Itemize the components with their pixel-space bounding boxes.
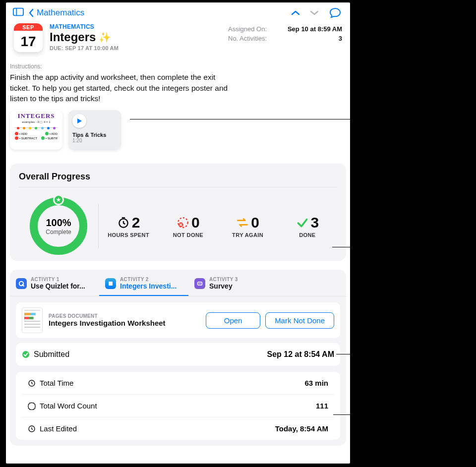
- stat-hours-spent: 2 HOURS SPENT: [99, 211, 158, 241]
- callout-line: [130, 119, 358, 119]
- stat-not-done: 0 NOT DONE: [158, 211, 218, 241]
- submitted-value: Sep 12 at 8:54 AM: [267, 350, 334, 359]
- activity-tabs: ACTIVITY 1 Use Quizlet for... ACTIVITY 2…: [10, 270, 346, 296]
- due-month: SEP: [14, 23, 43, 31]
- tab-activity-3[interactable]: ACTIVITY 3 Survey: [188, 270, 278, 296]
- submitted-row: Submitted Sep 12 at 8:54 AM: [16, 343, 340, 366]
- play-icon: [72, 114, 86, 128]
- progress-percent: 100%: [46, 217, 71, 229]
- due-day: 17: [14, 31, 43, 52]
- page-title: Integers: [50, 30, 96, 44]
- row-total-time: Total Time 63 min: [22, 372, 334, 394]
- checkmark-icon: [296, 216, 309, 229]
- progress-heading: Overall Progress: [19, 172, 337, 182]
- badge-icon: [28, 402, 36, 410]
- mark-not-done-button[interactable]: Mark Not Done: [265, 312, 334, 329]
- back-label: Mathematics: [37, 8, 84, 18]
- doc-title: Integers Investigation Worksheet: [49, 319, 200, 327]
- survey-icon: [194, 278, 205, 289]
- checkmark-circle-icon: [22, 350, 30, 358]
- subject-eyebrow: MATHEMATICS: [50, 23, 221, 30]
- tab-activity-2[interactable]: ACTIVITY 2 Integers Investi...: [99, 270, 188, 296]
- svg-rect-0: [13, 8, 23, 16]
- attachment-poster[interactable]: INTEGERS examples: -3 ▢ 4 = 1 • ADD • AD…: [10, 110, 62, 150]
- poster-subtitle: examples: -3 ▢ 4 = 1: [13, 120, 60, 123]
- callout-line: [332, 247, 358, 247]
- svg-marker-2: [77, 118, 82, 123]
- tab-activity-1[interactable]: ACTIVITY 1 Use Quizlet for...: [10, 270, 99, 296]
- app-window: Mathematics SEP 17 MATHEMATICS Integers …: [6, 2, 350, 464]
- prev-button[interactable]: [292, 10, 299, 15]
- submitted-label: Submitted: [34, 350, 69, 359]
- assignment-header: SEP 17 MATHEMATICS Integers ✨ DUE: SEP 1…: [6, 21, 350, 56]
- poster-title: INTEGERS: [13, 112, 60, 120]
- document-thumbnail[interactable]: [22, 307, 43, 333]
- messages-button[interactable]: [329, 7, 341, 18]
- clock-icon: [28, 425, 36, 433]
- attachment-audio[interactable]: Tips & Tricks 1:20: [68, 110, 121, 150]
- stat-try-again: 0 TRY AGAIN: [218, 211, 278, 241]
- not-done-icon: [177, 216, 189, 229]
- retry-icon: [236, 216, 249, 229]
- row-last-edited: Last Edited Today, 8:54 AM: [22, 417, 334, 440]
- audio-duration: 1:20: [72, 138, 117, 143]
- activities-count-label: No. Activities:: [228, 35, 267, 42]
- svg-point-14: [200, 283, 201, 284]
- callout-line: [336, 354, 358, 354]
- instructions-text: Finish the app activity and worksheet, t…: [6, 72, 244, 104]
- overall-progress-card: Overall Progress 100% Complete: [10, 164, 346, 261]
- clock-icon: [117, 216, 130, 229]
- activities-count-value: 3: [339, 35, 342, 42]
- svg-point-15: [22, 351, 29, 358]
- activities-card: ACTIVITY 1 Use Quizlet for... ACTIVITY 2…: [10, 270, 346, 446]
- stat-done: 3 DONE: [278, 211, 337, 241]
- svg-rect-10: [109, 282, 113, 286]
- top-nav: Mathematics: [6, 2, 350, 21]
- assigned-label: Assigned On:: [228, 25, 267, 33]
- quizlet-icon: [16, 278, 27, 289]
- audio-title: Tips & Tricks: [72, 132, 117, 138]
- doc-type-eyebrow: PAGES DOCUMENT: [49, 313, 200, 319]
- activity-document-header: PAGES DOCUMENT Integers Investigation Wo…: [16, 302, 340, 338]
- callout-line: [333, 414, 358, 415]
- back-button[interactable]: Mathematics: [29, 8, 287, 18]
- sidebar-toggle-button[interactable]: [13, 7, 24, 18]
- instructions-heading: Instructions:: [6, 56, 350, 72]
- due-text: DUE: SEP 17 AT 10:00 AM: [50, 45, 221, 51]
- due-date-tile: SEP 17: [14, 23, 43, 52]
- assignment-meta: Assigned On: Sep 10 at 8:59 AM No. Activ…: [228, 23, 342, 52]
- open-button[interactable]: Open: [206, 312, 260, 329]
- attachments-row: INTEGERS examples: -3 ▢ 4 = 1 • ADD • AD…: [6, 104, 350, 159]
- assigned-value: Sep 10 at 8:59 AM: [288, 25, 342, 33]
- progress-complete-label: Complete: [46, 229, 71, 235]
- clock-icon: [28, 379, 36, 387]
- row-total-word-count: Total Word Count 111: [22, 394, 334, 417]
- progress-ring: 100% Complete: [29, 196, 88, 256]
- next-button[interactable]: [310, 10, 318, 15]
- activity-details: Total Time 63 min Total Word Count 111 L…: [16, 372, 340, 440]
- file-icon: [105, 278, 116, 289]
- svg-point-13: [199, 283, 200, 284]
- sparkles-icon: ✨: [99, 31, 111, 43]
- svg-point-12: [198, 283, 199, 284]
